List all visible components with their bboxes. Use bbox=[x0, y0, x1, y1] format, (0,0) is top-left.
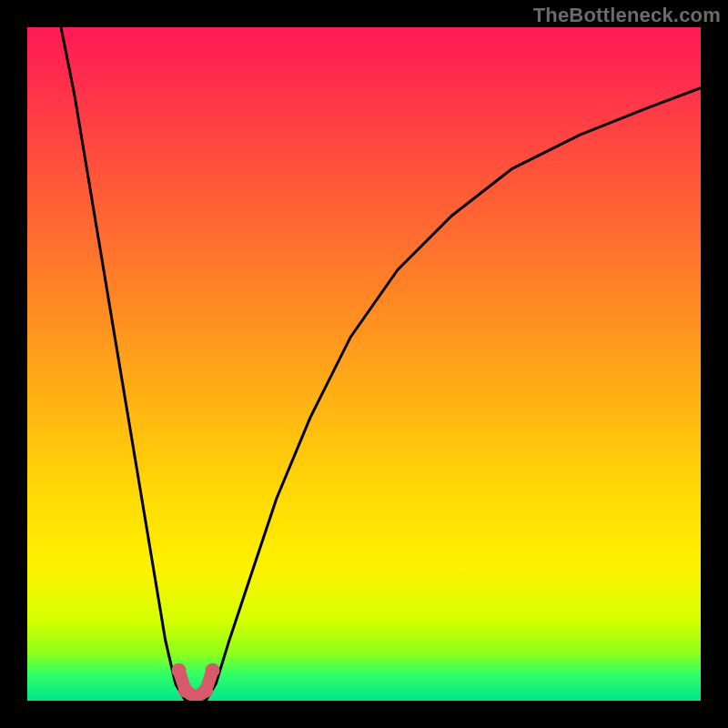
right-curve bbox=[196, 88, 701, 701]
plot-area bbox=[27, 27, 701, 701]
watermark-text: TheBottleneck.com bbox=[533, 4, 721, 27]
curve-layer bbox=[27, 27, 701, 701]
marker-dot bbox=[206, 663, 220, 678]
marker-dot bbox=[198, 683, 213, 698]
marker-dot bbox=[172, 663, 187, 678]
left-curve bbox=[61, 27, 196, 701]
chart-frame: TheBottleneck.com bbox=[0, 0, 728, 728]
